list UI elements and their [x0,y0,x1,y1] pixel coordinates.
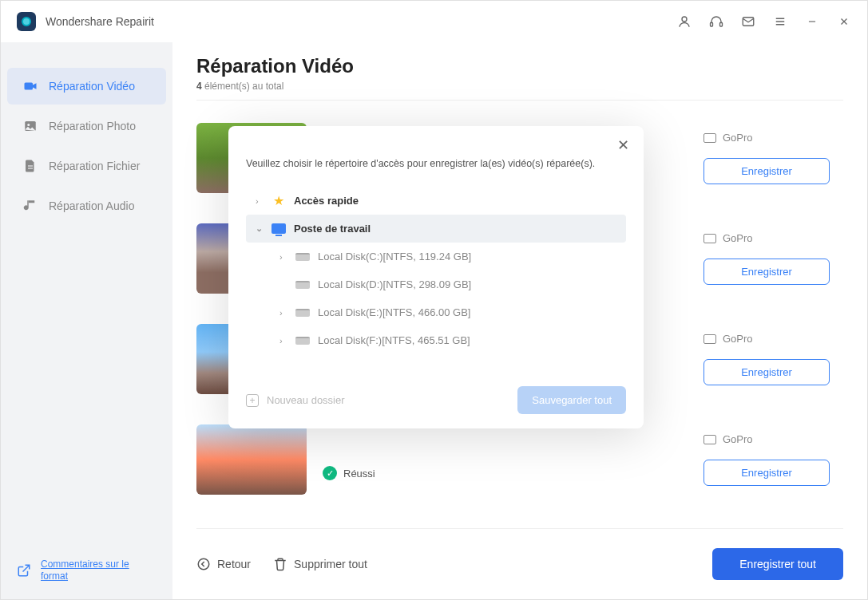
svg-rect-1 [711,23,713,27]
delete-all-button[interactable]: Supprimer tout [273,557,367,571]
svg-point-0 [682,17,687,22]
page-subtitle: 4 élément(s) au total [196,81,843,92]
photo-icon [23,119,38,133]
sidebar-item-file[interactable]: Réparation Fichier [7,148,166,184]
chevron-down-icon: ⌄ [256,223,264,234]
disk-icon [295,251,310,262]
chevron-right-icon: › [279,308,287,318]
device-label: GoPro [704,333,753,345]
tree-quick-access[interactable]: › ★ Accès rapide [246,187,626,215]
mail-icon[interactable] [741,14,755,29]
svg-rect-10 [25,83,34,90]
save-all-button[interactable]: Enregistrer tout [712,548,843,580]
tree-disk-f[interactable]: › Local Disk(F:)[NTFS, 465.51 GB] [246,326,626,354]
app-title: Wondershare Repairit [46,15,154,28]
save-button[interactable]: Enregistrer [704,460,830,486]
sidebar-label: Réparation Fichier [49,160,140,172]
tree-disk-d[interactable]: Local Disk(D:)[NTFS, 298.09 GB] [246,270,626,298]
tree-disk-e[interactable]: › Local Disk(E:)[NTFS, 466.00 GB] [246,298,626,326]
device-label: GoPro [704,132,753,144]
menu-icon[interactable] [773,14,787,29]
save-directory-modal: ✕ Veuillez choisir le répertoire d'accès… [228,126,644,428]
device-label: GoPro [704,433,753,445]
close-icon[interactable] [837,14,851,29]
back-icon [196,557,211,571]
modal-save-all-button[interactable]: Sauvegarder tout [517,386,626,414]
file-icon [23,159,38,173]
star-icon: ★ [271,195,286,207]
monitor-icon [271,223,286,235]
sidebar-label: Réparation Photo [49,120,136,132]
user-icon[interactable] [677,14,692,29]
sidebar-label: Réparation Vidéo [49,80,135,93]
sidebar-item-video[interactable]: Réparation Vidéo [7,68,166,105]
camera-icon [704,133,716,143]
file-status: ✓ Réussi [323,466,688,480]
disk-icon [295,279,310,290]
save-button[interactable]: Enregistrer [704,158,830,184]
device-label: GoPro [704,232,753,244]
audio-icon [23,199,38,213]
modal-instruction: Veuillez choisir le répertoire d'accès p… [246,158,626,169]
disk-icon [295,335,310,346]
page-title: Réparation Vidéo [196,55,843,77]
chevron-right-icon: › [279,252,287,262]
tree-workstation[interactable]: ⌄ Poste de travail [246,215,626,243]
modal-close-icon[interactable]: ✕ [615,137,631,153]
sidebar-item-audio[interactable]: Réparation Audio [7,188,166,224]
sidebar-label: Réparation Audio [49,199,134,212]
svg-point-12 [27,124,30,126]
plus-folder-icon: + [246,394,259,407]
back-button[interactable]: Retour [196,557,251,571]
sidebar-feedback-link[interactable]: Commentaires sur le format [1,543,172,599]
chevron-right-icon: › [256,196,264,206]
save-button[interactable]: Enregistrer [704,259,830,285]
new-folder-button[interactable]: + Nouveau dossier [246,394,345,407]
directory-tree: › ★ Accès rapide ⌄ Poste de travail › Lo… [246,187,626,354]
video-icon [23,79,38,93]
video-thumbnail[interactable] [196,424,307,495]
trash-icon [273,557,287,571]
app-logo [17,12,36,31]
file-item: ✓ Réussi GoPro Enregistrer [196,416,843,517]
sidebar: Réparation Vidéo Réparation Photo Répara… [1,42,172,599]
save-button[interactable]: Enregistrer [704,359,830,385]
headset-icon[interactable] [709,14,723,29]
camera-icon [704,334,716,344]
disk-icon [295,307,310,318]
tree-disk-c[interactable]: › Local Disk(C:)[NTFS, 119.24 GB] [246,243,626,270]
camera-icon [704,234,716,243]
minimize-icon[interactable] [805,14,819,29]
camera-icon [704,435,716,444]
chevron-right-icon: › [279,336,287,345]
sidebar-item-photo[interactable]: Réparation Photo [7,108,166,144]
success-icon: ✓ [323,466,337,480]
share-icon [17,563,31,578]
svg-rect-2 [720,23,723,27]
svg-point-15 [198,559,209,570]
